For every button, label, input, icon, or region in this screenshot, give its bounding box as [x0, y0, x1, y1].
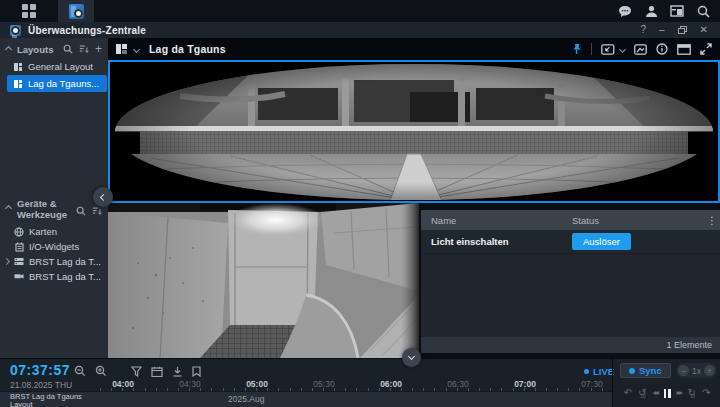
rewind-button[interactable]: ◂◂	[652, 387, 657, 399]
map-icon	[14, 227, 24, 237]
devices-section-title: Geräte & Werkzeuge	[17, 198, 67, 220]
add-layout-button[interactable]: +	[95, 44, 102, 54]
viewer-area: Lag da Tgauns	[108, 38, 720, 358]
collapse-timeline-button[interactable]	[402, 348, 421, 367]
divider	[591, 43, 592, 55]
expand-icon[interactable]	[3, 258, 10, 265]
search-icon[interactable]	[76, 206, 86, 216]
info-icon[interactable]	[656, 43, 668, 55]
timeline-bar: 07:37:57 21.08.2025 THU 04:0004:3005:000…	[0, 358, 720, 407]
speed-decrease-button[interactable]: −	[678, 365, 689, 376]
sidebar-item-io-widgets[interactable]: I/O-Widgets	[0, 239, 108, 254]
restore-icon[interactable]	[678, 26, 687, 34]
io-table-header: Name Status ⋮	[421, 210, 720, 230]
table-row: Licht einschalten Auslöser	[421, 230, 720, 254]
devices-section-header: Geräte & Werkzeuge	[0, 196, 108, 220]
alert-panel-icon[interactable]	[601, 44, 615, 55]
previous-frame-button[interactable]: ↶	[624, 387, 632, 399]
trigger-button[interactable]: Auslöser	[572, 233, 631, 250]
sync-dot-icon	[629, 368, 635, 374]
sync-label: Sync	[639, 365, 662, 376]
zoom-out-icon[interactable]	[74, 365, 86, 377]
speed-control: − 1x +	[676, 363, 717, 378]
camera-title: Lag da Tgauns	[149, 43, 226, 55]
chevron-down-icon[interactable]	[619, 45, 626, 52]
taskbar-right	[618, 4, 720, 18]
playback-buttons: ↶ ↺10 ◂◂ ▸▸ ↻10 ↷	[613, 387, 720, 399]
window-titlebar: Überwachungs-Zentrale ? – ✕	[0, 22, 720, 38]
layout-icon	[14, 63, 23, 71]
pause-button[interactable]	[664, 389, 671, 398]
camera-toolbar	[571, 43, 720, 55]
live-button[interactable]: LIVE	[584, 366, 614, 377]
layouts-section-header: Layouts +	[0, 42, 108, 56]
chevron-left-icon	[99, 193, 106, 200]
sort-icon[interactable]	[92, 206, 102, 216]
speed-increase-button[interactable]: +	[704, 365, 715, 376]
camera-header: Lag da Tgauns	[108, 38, 720, 60]
sidebar-item-label: Lag da Tgauns...	[28, 78, 99, 89]
layouts-section-title: Layouts	[17, 44, 53, 55]
forward-10s-button[interactable]: ↻10	[688, 387, 696, 399]
timeline-layout-name: BRST Lag da Tgauns Layout	[10, 393, 82, 407]
window-title: Überwachungs-Zentrale	[28, 25, 146, 36]
sidebar-item-label: BRST Lag da T...	[29, 271, 101, 282]
back-10s-button[interactable]: ↺10	[638, 387, 646, 399]
pin-icon[interactable]	[571, 43, 582, 55]
sidebar-item-general-layout[interactable]: General Layout	[0, 59, 108, 74]
search-icon[interactable]	[63, 44, 73, 54]
camera-view-lag-da-tgauns[interactable]	[108, 60, 720, 203]
snapshot-icon[interactable]	[634, 44, 647, 55]
sidebar-item-brst-io[interactable]: BRST Lag da T...	[0, 254, 108, 269]
timeline-layout-row[interactable]: BRST Lag da Tgauns Layout 2025.Aug	[0, 391, 612, 407]
search-icon[interactable]	[696, 4, 710, 18]
camera-view-corridor[interactable]	[108, 203, 419, 358]
sidebar-item-karten[interactable]: Karten	[0, 224, 108, 239]
monitor-icon[interactable]	[677, 44, 691, 55]
taskbar	[0, 0, 720, 22]
collapse-section-icon[interactable]	[5, 45, 12, 52]
fast-forward-button[interactable]: ▸▸	[677, 387, 682, 399]
corridor-camera-image	[108, 203, 419, 358]
sidebar-item-label: General Layout	[28, 61, 93, 72]
layout-grid-icon[interactable]	[116, 44, 128, 54]
sort-icon[interactable]	[79, 44, 89, 54]
bookmark-icon[interactable]	[192, 366, 201, 377]
live-dot-icon	[584, 369, 589, 374]
sync-button[interactable]: Sync	[620, 363, 671, 378]
sidebar-item-lag-da-tgauns[interactable]: Lag da Tgauns...	[7, 75, 107, 92]
apps-grid-icon[interactable]	[22, 4, 36, 18]
sidebar-item-brst-camera[interactable]: BRST Lag da T...	[0, 269, 108, 284]
filter-icon[interactable]	[131, 366, 142, 377]
surveillance-station-icon	[10, 25, 21, 36]
calendar-icon[interactable]	[151, 366, 163, 377]
sidebar-item-label: Karten	[29, 226, 57, 237]
zoom-in-icon[interactable]	[95, 365, 107, 377]
chevron-down-icon[interactable]	[133, 45, 140, 52]
current-time: 07:37:57	[10, 362, 70, 378]
collapse-sidebar-button[interactable]	[93, 187, 113, 207]
window-controls: ? – ✕	[640, 25, 720, 35]
io-panel: Name Status ⋮ Licht einschalten Auslöser…	[421, 210, 720, 353]
next-frame-button[interactable]: ↷	[702, 387, 710, 399]
widgets-icon[interactable]	[670, 4, 684, 18]
help-icon[interactable]: ?	[640, 25, 646, 35]
download-icon[interactable]	[172, 366, 183, 377]
collapse-section-icon[interactable]	[5, 205, 12, 212]
desktop: Überwachungs-Zentrale ? – ✕ Layouts + Ge…	[0, 0, 720, 407]
close-icon[interactable]: ✕	[700, 25, 708, 35]
sidebar-item-label: I/O-Widgets	[29, 241, 79, 252]
chat-icon[interactable]	[618, 4, 632, 18]
fullscreen-icon[interactable]	[700, 43, 712, 55]
io-module-icon	[14, 257, 24, 267]
taskbar-active-app[interactable]	[58, 0, 94, 22]
column-status: Status	[572, 215, 704, 226]
sidebar: Layouts + General Layout Lag da Tgauns..…	[0, 38, 108, 358]
minimize-icon[interactable]: –	[659, 25, 665, 35]
kebab-menu-icon[interactable]: ⋮	[704, 215, 720, 226]
user-icon[interactable]	[644, 4, 658, 18]
live-label: LIVE	[593, 366, 614, 377]
chevron-down-icon	[408, 353, 415, 360]
io-widget-icon	[14, 242, 24, 252]
surveillance-station-icon	[69, 4, 84, 19]
